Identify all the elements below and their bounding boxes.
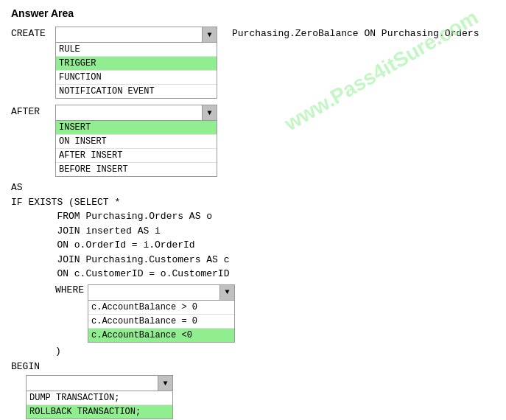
begin-option-dump[interactable]: DUMP TRANSACTION;	[27, 391, 172, 405]
after-option-on-insert[interactable]: ON INSERT	[56, 135, 217, 149]
after-option-before-insert[interactable]: BEFORE INSERT	[56, 163, 217, 176]
as-line: AS	[11, 181, 495, 195]
where-dropdown-box: ▼ c.AccountBalance > 0 c.AccountBalance …	[88, 284, 235, 343]
from-line: FROM Purchasing.Orders AS o	[11, 209, 495, 224]
begin-dropdown-arrow[interactable]: ▼	[158, 376, 172, 391]
create-option-function[interactable]: FUNCTION	[56, 71, 217, 85]
code-block: AS IF EXISTS (SELECT * FROM Purchasing.O…	[11, 181, 495, 281]
begin-header-text	[27, 382, 158, 385]
create-options: RULE TRIGGER FUNCTION NOTIFICATION EVENT	[56, 43, 217, 98]
create-option-rule[interactable]: RULE	[56, 43, 217, 57]
join-inserted-line: JOIN inserted AS i	[11, 224, 495, 239]
create-label: CREATE	[11, 27, 55, 39]
page-container: www.Pass4itSure.com Answer Area CREATE ▼…	[0, 0, 506, 420]
begin-options: DUMP TRANSACTION; ROLLBACK TRANSACTION;	[27, 391, 172, 419]
where-dropdown[interactable]: ▼ c.AccountBalance > 0 c.AccountBalance …	[88, 284, 235, 343]
after-label: AFTER	[11, 105, 55, 117]
where-dropdown-arrow[interactable]: ▼	[219, 285, 234, 300]
where-label: WHERE	[55, 284, 84, 295]
after-option-after-insert[interactable]: AFTER INSERT	[56, 149, 217, 163]
create-dropdown[interactable]: ▼ RULE TRIGGER FUNCTION NOTIFICATION EVE…	[55, 27, 217, 99]
begin-dropdown-header: ▼	[27, 376, 172, 391]
join-customers-line: JOIN Purchasing.Customers AS c	[11, 253, 495, 267]
create-option-notification[interactable]: NOTIFICATION EVENT	[56, 85, 217, 98]
after-options: INSERT ON INSERT AFTER INSERT BEFORE INS…	[56, 121, 217, 176]
after-dropdown-arrow[interactable]: ▼	[202, 105, 217, 120]
begin-line: BEGIN	[11, 360, 495, 374]
begin-dropdown-row: ▼ DUMP TRANSACTION; ROLLBACK TRANSACTION…	[11, 375, 495, 419]
after-row: AFTER ▼ INSERT ON INSERT AFTER INSERT BE…	[11, 105, 495, 177]
where-option-eq0[interactable]: c.AccountBalance = 0	[88, 315, 234, 329]
after-dropdown[interactable]: ▼ INSERT ON INSERT AFTER INSERT BEFORE I…	[55, 105, 217, 177]
create-option-trigger[interactable]: TRIGGER	[56, 57, 217, 71]
where-dropdown-header: ▼	[88, 285, 234, 301]
close-paren-line: )	[11, 346, 495, 357]
begin-dropdown-box: ▼ DUMP TRANSACTION; ROLLBACK TRANSACTION…	[26, 375, 173, 419]
begin-dropdown[interactable]: ▼ DUMP TRANSACTION; ROLLBACK TRANSACTION…	[26, 375, 173, 419]
create-dropdown-header: ▼	[56, 27, 217, 43]
right-text: Purchasing.ZeroBalance ON Purchasing.Ord…	[232, 27, 479, 39]
where-option-gt0[interactable]: c.AccountBalance > 0	[88, 301, 234, 315]
create-header-text	[56, 33, 202, 36]
if-exists-line: IF EXISTS (SELECT *	[11, 195, 495, 210]
create-dropdown-box: ▼ RULE TRIGGER FUNCTION NOTIFICATION EVE…	[55, 27, 217, 99]
create-dropdown-arrow[interactable]: ▼	[202, 27, 217, 42]
after-option-insert[interactable]: INSERT	[56, 121, 217, 135]
create-row: CREATE ▼ RULE TRIGGER FUNCTION NOTIFICAT…	[11, 27, 495, 99]
on-orderid-line: ON o.OrderId = i.OrderId	[11, 238, 495, 253]
on-customerid-line: ON c.CustomerID = o.CustomerID	[11, 267, 495, 281]
begin-option-rollback[interactable]: ROLLBACK TRANSACTION;	[27, 405, 172, 419]
after-dropdown-box: ▼ INSERT ON INSERT AFTER INSERT BEFORE I…	[55, 105, 217, 177]
after-header-text	[56, 111, 202, 114]
begin-block: BEGIN	[11, 360, 495, 374]
where-row: WHERE ▼ c.AccountBalance > 0 c.AccountBa…	[11, 284, 495, 343]
answer-area-title: Answer Area	[11, 7, 495, 19]
where-header-text	[88, 291, 219, 294]
where-options: c.AccountBalance > 0 c.AccountBalance = …	[88, 301, 234, 342]
after-dropdown-header: ▼	[56, 105, 217, 121]
where-option-lt0[interactable]: c.AccountBalance <0	[88, 329, 234, 342]
